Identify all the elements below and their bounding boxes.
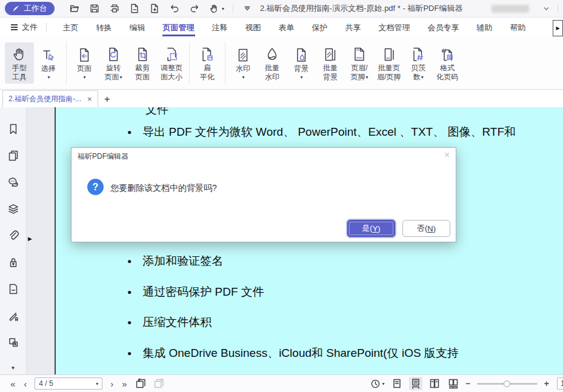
user-account-blurred[interactable] <box>491 5 529 13</box>
zoom-percent-field[interactable]: 1 <box>557 377 563 390</box>
next-page-button[interactable]: › <box>110 379 113 389</box>
menu-member-exclusive[interactable]: 会员专享 <box>427 19 460 36</box>
continuous-view-button[interactable] <box>409 377 422 390</box>
previous-page-button[interactable]: ‹ <box>24 379 27 389</box>
rotate-pages-icon <box>105 45 121 64</box>
menu-edit[interactable]: 编辑 <box>129 19 146 36</box>
yes-button-text: ) <box>378 224 380 233</box>
comments-icon[interactable] <box>7 176 19 188</box>
toolbar-watermark[interactable]: 水印▾ <box>228 43 258 83</box>
format-page-number-icon <box>439 45 455 64</box>
previous-view-button[interactable] <box>135 378 146 389</box>
menu-file[interactable]: 文件 <box>11 18 38 37</box>
menu-document-management[interactable]: 文档管理 <box>378 19 411 36</box>
panel-expander-icon[interactable]: ▶ <box>28 236 32 242</box>
menu-help[interactable]: 帮助 <box>510 19 527 36</box>
zoom-in-button[interactable]: + <box>544 379 549 388</box>
linked-pages-icon[interactable] <box>7 336 19 348</box>
first-page-button[interactable]: « <box>10 379 15 389</box>
toolbar-label: 面大小 <box>161 73 182 81</box>
toolbar-resize-pages[interactable]: 调整页面大小 <box>157 42 186 84</box>
toolbar-label: 裁剪 <box>135 64 150 72</box>
toolbar-batch-background[interactable]: 批量背景 <box>316 42 345 84</box>
zoom-out-button[interactable]: − <box>465 379 470 388</box>
toolbar-label: 工具 <box>12 73 27 81</box>
toolbar-label: 数 <box>413 73 421 81</box>
hand-tool-quick-icon[interactable]: ▾ <box>209 4 224 14</box>
page-thumbnails-icon[interactable] <box>7 150 19 162</box>
toolbar-background[interactable]: 背景▾ <box>287 43 316 83</box>
toolbar-batch-watermark[interactable]: 批量水印 <box>258 42 287 84</box>
toolbar-select[interactable]: 选择▾ <box>34 43 63 83</box>
toolbar-hand-tool[interactable]: 手型工具 <box>5 42 34 84</box>
menu-convert[interactable]: 转换 <box>96 19 113 36</box>
background-icon <box>293 46 309 64</box>
toolbar-header-footer[interactable]: 页眉/页脚▾ <box>345 42 374 84</box>
menu-comment[interactable]: 注释 <box>212 19 228 36</box>
page-number-select[interactable]: 4 / 5 ▾ <box>35 377 102 390</box>
toolbar-rotate-pages[interactable]: 旋转页面▾ <box>99 42 128 84</box>
attachments-icon[interactable] <box>7 230 19 242</box>
page-select-caret: ▾ <box>96 381 98 387</box>
hand-tool-icon <box>12 45 27 64</box>
signature-icon[interactable] <box>7 310 19 322</box>
account-dropdown-icon[interactable] <box>542 5 550 13</box>
pen-icon <box>12 5 20 13</box>
toolbar-page[interactable]: 页面▾ <box>70 43 99 83</box>
undo-icon[interactable] <box>169 3 180 14</box>
collapse-toolbar-icon[interactable] <box>243 4 252 13</box>
zoom-slider[interactable] <box>477 379 538 388</box>
toolbar-label: 格式 <box>440 64 455 72</box>
single-page-view-button[interactable] <box>390 377 404 390</box>
bookmark-icon[interactable] <box>7 123 19 135</box>
toolbar-format-page-number[interactable]: 格式化页码 <box>433 42 462 84</box>
question-icon: ? <box>87 179 104 195</box>
menu-protect[interactable]: 保护 <box>311 19 328 36</box>
facing-continuous-view-button[interactable] <box>447 377 460 390</box>
save-icon[interactable] <box>89 3 100 14</box>
zoom-slider-knob[interactable] <box>504 380 510 387</box>
workspace-button[interactable]: 工作台 <box>5 2 55 15</box>
redo-icon[interactable] <box>189 3 200 14</box>
toolbar-bates-number[interactable]: 贝茨数▾ <box>404 42 433 84</box>
open-file-icon[interactable] <box>69 3 80 14</box>
last-page-button[interactable]: » <box>122 379 127 389</box>
new-tab-button[interactable]: + <box>98 91 116 107</box>
document-tab[interactable]: 2.福昕会员使用指南-... × <box>2 90 98 107</box>
toolbar-batch-header-footer[interactable]: 批量页眉/页脚 <box>374 42 404 84</box>
resize-pages-icon <box>164 45 179 64</box>
panel-more-icon[interactable]: ▼ <box>11 365 16 371</box>
toolbar-separator <box>189 42 190 84</box>
menu-separator <box>46 23 47 32</box>
page-icon <box>76 46 92 64</box>
menu-accessibility[interactable]: 辅助 <box>476 19 493 36</box>
facing-view-button[interactable] <box>428 377 441 390</box>
toolbar-flatten[interactable]: 扁平化 <box>193 42 222 84</box>
doc-heading-partial: 文件 <box>145 107 168 118</box>
tab-close-icon[interactable]: × <box>87 95 92 103</box>
next-view-button[interactable] <box>153 378 164 389</box>
menu-home[interactable]: 主页 <box>62 19 79 36</box>
toolbar-label: 页面 <box>77 64 92 73</box>
destinations-icon[interactable] <box>7 283 19 295</box>
no-button-text: 否( <box>417 223 427 234</box>
menu-form[interactable]: 表单 <box>278 19 295 36</box>
dialog-close-icon[interactable]: × <box>444 150 450 161</box>
bullet-icon: ● <box>127 128 132 136</box>
menu-page-management[interactable]: 页面管理 <box>162 19 195 36</box>
security-icon[interactable] <box>7 256 19 268</box>
no-button[interactable]: 否(N) <box>402 220 450 237</box>
hand-tool-caret: ▾ <box>222 6 224 12</box>
layers-icon[interactable] <box>7 203 19 215</box>
toolbar-crop-pages[interactable]: 裁剪页面 <box>128 42 157 84</box>
yes-button[interactable]: 是(Y) <box>347 220 395 237</box>
menu-overflow-button[interactable]: ▶ <box>553 20 563 36</box>
dropdown-caret: ▾ <box>236 73 250 81</box>
menu-view[interactable]: 视图 <box>245 19 262 36</box>
print-icon[interactable] <box>109 3 120 14</box>
menu-share[interactable]: 共享 <box>345 19 362 36</box>
toolbar-label: 背景 <box>323 73 338 81</box>
page-remove-icon[interactable] <box>129 3 140 14</box>
zoom-mode-button[interactable]: ▾ <box>370 379 385 389</box>
page-add-icon[interactable] <box>149 3 160 14</box>
